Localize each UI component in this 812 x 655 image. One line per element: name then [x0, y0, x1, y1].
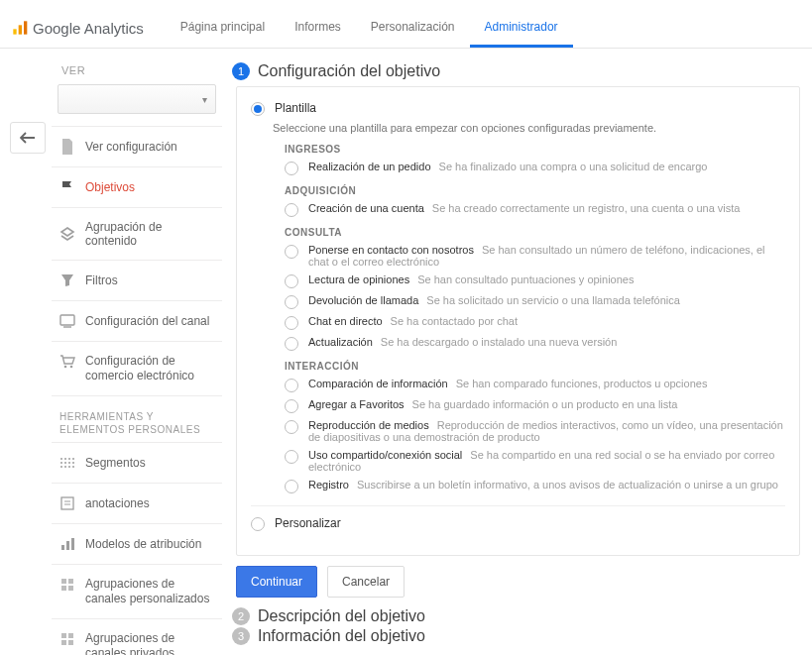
svg-rect-0	[13, 29, 16, 34]
radio[interactable]	[285, 203, 298, 217]
sidebar-item-goals[interactable]: Objetivos	[52, 166, 222, 207]
svg-point-4	[64, 366, 67, 369]
template-item-favorite[interactable]: Agregar a FavoritosSe ha guardado inform…	[285, 398, 785, 413]
nav-customization[interactable]: Personalización	[356, 8, 470, 48]
template-item-chat[interactable]: Chat en directoSe ha contactado por chat	[285, 315, 785, 330]
svg-rect-6	[61, 497, 73, 509]
template-item-compare[interactable]: Comparación de informaciónSe han compara…	[285, 378, 785, 392]
note-icon	[59, 495, 75, 511]
svg-rect-12	[61, 586, 66, 591]
cancel-button[interactable]: Cancelar	[327, 566, 405, 598]
segments-icon	[59, 455, 75, 471]
section-title-view: VER	[52, 60, 222, 84]
radio[interactable]	[285, 480, 298, 493]
step-3: 3Información del objetivo	[232, 627, 812, 645]
main-content: 1Configuración del objetivo Plantilla Se…	[222, 49, 812, 647]
sidebar-item-view-settings[interactable]: Ver configuración	[52, 126, 222, 166]
template-item-contact[interactable]: Ponerse en contacto con nosotrosSe han c…	[285, 244, 785, 268]
svg-rect-17	[68, 640, 73, 645]
svg-rect-8	[66, 541, 69, 550]
analytics-logo-icon	[12, 20, 28, 36]
grid-icon	[59, 577, 75, 593]
svg-rect-7	[61, 545, 64, 550]
radio[interactable]	[285, 274, 298, 288]
step-number: 1	[232, 62, 250, 80]
sidebar-item-label: Configuración de comercio electrónico	[85, 354, 214, 383]
sidebar-item-label: Modelos de atribución	[85, 537, 201, 551]
svg-rect-9	[71, 538, 74, 550]
template-item-media[interactable]: Reproducción de mediosReproducción de me…	[285, 419, 785, 443]
nav-reports[interactable]: Informes	[280, 8, 356, 48]
radio-custom[interactable]	[251, 517, 265, 531]
template-item-account[interactable]: Creación de una cuentaSe ha creado corre…	[285, 202, 785, 217]
sidebar-item-label: anotaciones	[85, 496, 150, 510]
back-button[interactable]	[10, 122, 46, 154]
svg-rect-14	[61, 633, 66, 638]
funnel-icon	[59, 273, 75, 288]
nav-admin[interactable]: Administrador	[470, 8, 573, 48]
template-item-signup[interactable]: RegistroSuscribirse a un boletín informa…	[285, 479, 785, 493]
radio[interactable]	[285, 399, 298, 413]
sidebar-item-segments[interactable]: Segmentos	[52, 442, 222, 483]
top-bar: Google Analytics Página principal Inform…	[0, 8, 812, 49]
admin-sidebar: VER ▾ Ver configuración Objetivos Agrupa…	[52, 49, 222, 655]
radio[interactable]	[285, 295, 298, 309]
svg-rect-3	[60, 315, 74, 325]
step-title: Configuración del objetivo	[258, 62, 440, 80]
sidebar-item-annotations[interactable]: anotaciones	[52, 483, 222, 523]
option-template[interactable]: Plantilla	[251, 101, 785, 116]
grouping-icon	[59, 226, 75, 242]
radio[interactable]	[285, 379, 298, 392]
step-title: Información del objetivo	[258, 627, 425, 645]
template-item-share[interactable]: Uso compartido/conexión socialSe ha comp…	[285, 449, 785, 473]
brand-name: Google Analytics	[33, 20, 144, 37]
sidebar-item-custom-channel-groupings[interactable]: Agrupaciones de canales personalizados	[52, 564, 222, 618]
grid-icon	[59, 631, 75, 647]
sidebar-item-channel-settings[interactable]: Configuración del canal	[52, 300, 222, 341]
step-2: 2Descripción del objetivo	[232, 607, 812, 625]
continue-button[interactable]: Continuar	[236, 566, 317, 598]
sidebar-item-attribution[interactable]: Modelos de atribución	[52, 523, 222, 564]
radio[interactable]	[285, 162, 298, 175]
caret-down-icon: ▾	[202, 94, 207, 105]
option-label: Plantilla	[275, 101, 316, 115]
sidebar-item-label: Filtros	[85, 273, 118, 287]
svg-point-5	[70, 366, 73, 369]
cart-icon	[59, 354, 75, 370]
group-head-interaccion: INTERACCIÓN	[285, 361, 785, 372]
file-icon	[59, 139, 75, 155]
radio[interactable]	[285, 337, 298, 351]
svg-rect-1	[19, 25, 22, 34]
sidebar-item-label: Agrupaciones de canales personalizados	[85, 577, 214, 606]
option-label: Personalizar	[275, 516, 341, 530]
sidebar-item-label: Agrupaciones de canales privados	[85, 631, 214, 655]
template-item-reviews[interactable]: Lectura de opinionesSe han consultado pu…	[285, 273, 785, 288]
view-dropdown[interactable]: ▾	[58, 84, 216, 114]
template-item-order[interactable]: Realización de un pedidoSe ha finalizado…	[285, 161, 785, 175]
radio[interactable]	[285, 245, 298, 259]
step-title: Descripción del objetivo	[258, 607, 425, 625]
option-custom[interactable]: Personalizar	[251, 516, 785, 531]
arrow-left-icon	[20, 132, 36, 144]
svg-rect-15	[68, 633, 73, 638]
sidebar-item-label: Segmentos	[85, 456, 146, 470]
template-item-callback[interactable]: Devolución de llamadaSe ha solicitado un…	[285, 294, 785, 309]
group-head-adquisicion: ADQUISICIÓN	[285, 185, 785, 196]
flag-icon	[59, 179, 75, 195]
step-number: 2	[232, 607, 250, 625]
template-item-update[interactable]: ActualizaciónSe ha descargado o instalad…	[285, 336, 785, 351]
sidebar-item-filters[interactable]: Filtros	[52, 260, 222, 300]
radio[interactable]	[285, 316, 298, 330]
step-1: 1Configuración del objetivo	[232, 62, 812, 80]
radio[interactable]	[285, 420, 298, 434]
svg-rect-2	[24, 21, 27, 34]
sidebar-item-label: Objetivos	[85, 180, 135, 194]
svg-rect-16	[61, 640, 66, 645]
sidebar-item-content-grouping[interactable]: Agrupación de contenido	[52, 207, 222, 260]
nav-home[interactable]: Página principal	[166, 8, 280, 48]
sidebar-item-private-channel-groupings[interactable]: Agrupaciones de canales privados	[52, 618, 222, 655]
sidebar-item-ecommerce-settings[interactable]: Configuración de comercio electrónico	[52, 341, 222, 395]
section-title-personal: HERRAMIENTAS Y ELEMENTOS PERSONALES	[52, 395, 222, 442]
radio-template[interactable]	[251, 102, 265, 116]
radio[interactable]	[285, 450, 298, 464]
